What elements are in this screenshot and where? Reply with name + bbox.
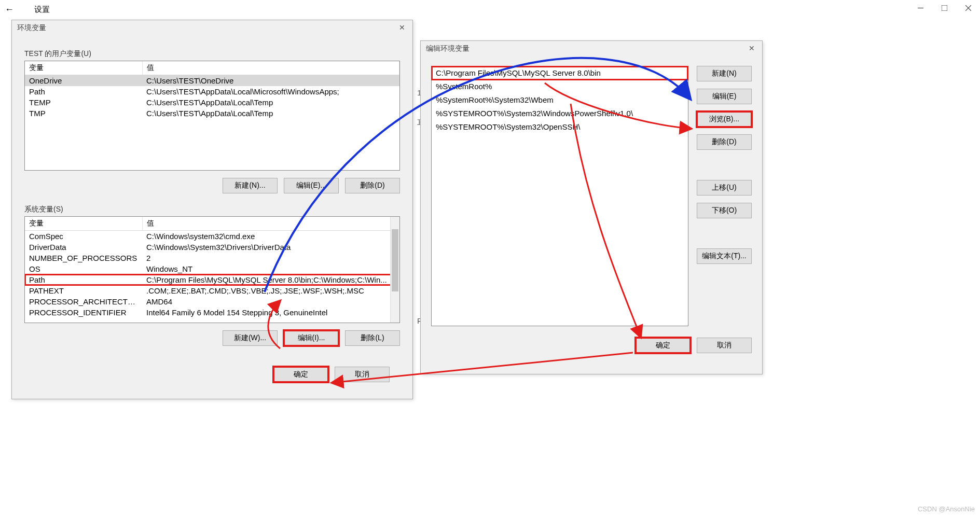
edit-ok-button[interactable]: 确定 xyxy=(636,338,691,353)
back-icon[interactable]: ← xyxy=(0,4,19,15)
minimize-button[interactable] xyxy=(908,0,932,16)
sys-edit-button[interactable]: 编辑(I)... xyxy=(284,330,339,346)
edit-cancel-button[interactable]: 取消 xyxy=(697,338,752,353)
maximize-button[interactable] xyxy=(932,0,956,16)
path-edit-text-button[interactable]: 编辑文本(T)... xyxy=(697,248,752,264)
path-edit-button[interactable]: 编辑(E) xyxy=(697,89,752,104)
table-row[interactable]: PathC:\Users\TEST\AppData\Local\Microsof… xyxy=(25,86,399,97)
env-dialog-title: 环境变量 xyxy=(12,20,412,36)
close-button[interactable] xyxy=(956,0,980,16)
sys-vars-list[interactable]: 变量 值 ComSpecC:\Windows\system32\cmd.exeD… xyxy=(24,216,400,323)
table-row[interactable]: TMPC:\Users\TEST\AppData\Local\Temp xyxy=(25,108,399,119)
list-item[interactable]: C:\Program Files\MySQL\MySQL Server 8.0\… xyxy=(432,66,688,80)
table-row[interactable]: NUMBER_OF_PROCESSORS2 xyxy=(25,253,399,263)
user-edit-button[interactable]: 编辑(E)... xyxy=(284,178,339,193)
user-new-button[interactable]: 新建(N)... xyxy=(223,178,278,193)
list-item[interactable]: %SystemRoot% xyxy=(432,80,688,93)
settings-topbar: ← 设置 xyxy=(0,0,980,19)
sys-delete-button[interactable]: 删除(L) xyxy=(345,330,400,346)
table-row[interactable]: OneDriveC:\Users\TEST\OneDrive xyxy=(25,75,399,86)
user-delete-button[interactable]: 删除(D) xyxy=(345,178,400,193)
col-header-var: 变量 xyxy=(25,217,143,230)
list-item[interactable]: %SYSTEMROOT%\System32\WindowsPowerShell\… xyxy=(432,107,688,120)
table-row[interactable]: PATHEXT.COM;.EXE;.BAT;.CMD;.VBS;.VBE;.JS… xyxy=(25,285,399,296)
path-down-button[interactable]: 下移(O) xyxy=(697,203,752,218)
list-item[interactable]: %SystemRoot%\System32\Wbem xyxy=(432,93,688,107)
table-row[interactable]: TEMPC:\Users\TEST\AppData\Local\Temp xyxy=(25,97,399,108)
path-new-button[interactable]: 新建(N) xyxy=(697,66,752,81)
watermark: CSDN @AnsonNie xyxy=(918,505,975,513)
user-vars-label: TEST 的用户变量(U) xyxy=(24,49,400,59)
scrollbar[interactable] xyxy=(390,217,399,323)
table-row[interactable]: PathC:\Program Files\MySQL\MySQL Server … xyxy=(25,274,399,285)
path-list[interactable]: C:\Program Files\MySQL\MySQL Server 8.0\… xyxy=(431,66,688,326)
env-ok-button[interactable]: 确定 xyxy=(273,367,328,382)
edit-env-dialog: 编辑环境变量 ✕ C:\Program Files\MySQL\MySQL Se… xyxy=(420,40,763,374)
table-row[interactable]: PROCESSOR_IDENTIFIERIntel64 Family 6 Mod… xyxy=(25,307,399,318)
list-item[interactable]: %SYSTEMROOT%\System32\OpenSSH\ xyxy=(432,120,688,134)
col-header-val: 值 xyxy=(143,217,399,230)
env-cancel-button[interactable]: 取消 xyxy=(335,367,390,382)
path-browse-button[interactable]: 浏览(B)... xyxy=(697,111,752,127)
table-row[interactable]: ComSpecC:\Windows\system32\cmd.exe xyxy=(25,231,399,242)
col-header-val: 值 xyxy=(143,61,399,75)
env-vars-dialog: 环境变量 ✕ TEST 的用户变量(U) 变量 值 OneDriveC:\Use… xyxy=(11,20,413,399)
close-icon[interactable]: ✕ xyxy=(395,21,409,34)
table-row[interactable]: DriverDataC:\Windows\System32\Drivers\Dr… xyxy=(25,242,399,253)
table-row[interactable]: PROCESSOR_ARCHITECTUREAMD64 xyxy=(25,296,399,307)
path-up-button[interactable]: 上移(U) xyxy=(697,180,752,196)
table-row[interactable]: OSWindows_NT xyxy=(25,263,399,274)
close-icon[interactable]: ✕ xyxy=(744,42,759,54)
edit-dialog-title: 编辑环境变量 xyxy=(421,41,762,57)
sys-vars-label: 系统变量(S) xyxy=(24,205,400,214)
sys-new-button[interactable]: 新建(W)... xyxy=(223,330,278,346)
path-delete-button[interactable]: 删除(D) xyxy=(697,134,752,150)
settings-title: 设置 xyxy=(19,5,50,15)
user-vars-list[interactable]: 变量 值 OneDriveC:\Users\TEST\OneDrivePathC… xyxy=(24,61,400,171)
svg-rect-1 xyxy=(942,5,947,11)
col-header-var: 变量 xyxy=(25,61,143,75)
